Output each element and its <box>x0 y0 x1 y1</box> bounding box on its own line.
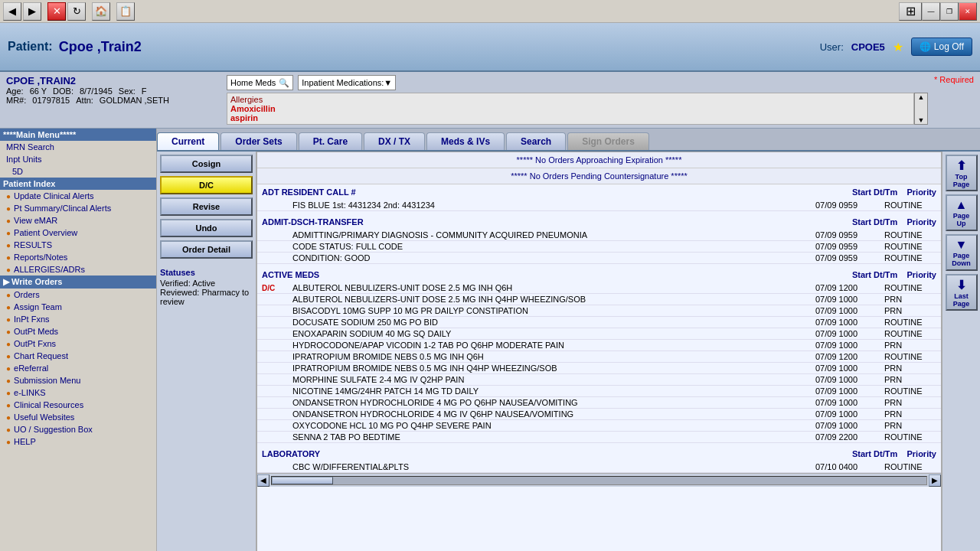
order-priority: ROUTINE <box>880 230 941 241</box>
sidebar-item-elinks[interactable]: ● e-LINKS <box>0 386 156 399</box>
bullet-icon: ● <box>6 328 11 336</box>
sidebar-item-view-emar[interactable]: ● View eMAR <box>0 214 156 227</box>
tab-search[interactable]: Search <box>506 132 566 150</box>
table-row[interactable]: D/C ALBUTEROL NEBULIZERS-UNIT DOSE 2.5 M… <box>257 282 941 294</box>
scroll-left-arrow[interactable]: ◀ <box>257 474 270 487</box>
allergies-panel: Allergies Amoxicillinaspirin <box>227 93 914 125</box>
order-dt: 07/09 1000 <box>811 374 880 386</box>
sidebar-item-5d[interactable]: 5D <box>0 165 156 178</box>
sidebar-item-results[interactable]: ● RESULTS <box>0 239 156 251</box>
cosign-button[interactable]: Cosign <box>160 155 253 173</box>
refresh-button[interactable]: ↻ <box>67 2 86 21</box>
sidebar-item-outpt-meds[interactable]: ● OutPt Meds <box>0 325 156 337</box>
table-row[interactable]: ALBUTEROL NEBULIZERS-UNIT DOSE 2.5 MG IN… <box>257 294 941 305</box>
table-row[interactable]: IPRATROPIUM BROMIDE NEBS 0.5 MG INH Q6H … <box>257 351 941 363</box>
table-row[interactable]: IPRATROPIUM BROMIDE NEBS 0.5 MG INH Q4HP… <box>257 363 941 374</box>
close-button[interactable]: ✕ <box>959 2 977 21</box>
last-page-button[interactable]: ⬇ LastPage <box>946 274 978 311</box>
home-button[interactable]: 🏠 <box>92 2 110 21</box>
order-detail-button[interactable]: Order Detail <box>160 240 253 259</box>
table-row[interactable]: NICOTINE 14MG/24HR PATCH 14 MG TD DAILY … <box>257 386 941 397</box>
adt-section-title[interactable]: ADT RESIDENT CALL # <box>262 187 356 197</box>
bullet-icon: ● <box>6 241 11 249</box>
fav-button[interactable]: 📋 <box>116 2 135 21</box>
stop-button[interactable]: ✕ <box>47 2 66 21</box>
tab-dx-tx[interactable]: DX / TX <box>364 132 425 150</box>
table-row[interactable]: DOCUSATE SODIUM 250 MG PO BID 07/09 1000… <box>257 317 941 328</box>
admit-section-title[interactable]: ADMIT-DSCH-TRANSFER <box>262 217 364 227</box>
laboratory-section-title[interactable]: LABORATORY <box>262 449 320 458</box>
patient-mr: 01797815 <box>32 96 70 105</box>
table-row[interactable]: ADMITTING/PRIMARY DIAGNOSIS - COMMUNITY … <box>257 230 941 241</box>
attn-label: Attn: <box>76 96 93 105</box>
sidebar-item-chart-request[interactable]: ● Chart Request <box>0 350 156 362</box>
page-down-button[interactable]: ▼ PageDown <box>946 234 978 271</box>
sidebar-item-uo-suggestion[interactable]: ● UO / Suggestion Box <box>0 423 156 435</box>
scroll-thumb[interactable] <box>272 477 333 484</box>
sidebar-item-help[interactable]: ● HELP <box>0 435 156 448</box>
table-row[interactable]: CONDITION: GOOD 07/09 0959 ROUTINE <box>257 253 941 264</box>
table-row[interactable]: ONDANSETRON HYDROCHLORIDE 4 MG IV Q6HP N… <box>257 409 941 420</box>
scroll-track[interactable] <box>271 476 927 485</box>
table-row[interactable]: ONDANSETRON HYDROCHLORIDE 4 MG PO Q6HP N… <box>257 397 941 409</box>
sidebar-item-assign-team[interactable]: ● Assign Team <box>0 301 156 313</box>
table-row[interactable]: CODE STATUS: FULL CODE 07/09 0959 ROUTIN… <box>257 241 941 253</box>
favorite-star-icon[interactable]: ★ <box>893 40 903 54</box>
sidebar-item-outpt-fxns[interactable]: ● OutPt Fxns <box>0 337 156 350</box>
table-row[interactable]: SENNA 2 TAB PO BEDTIME 07/09 2200 ROUTIN… <box>257 432 941 443</box>
table-row[interactable]: BISACODYL 10MG SUPP 10 MG PR DAILYP CONS… <box>257 305 941 317</box>
sidebar-item-allergies-adrs[interactable]: ● ALLERGIES/ADRs <box>0 263 156 276</box>
order-text: NICOTINE 14MG/24HR PATCH 14 MG TD DAILY <box>288 386 811 397</box>
order-text: HYDROCODONE/APAP VICODIN 1-2 TAB PO Q6HP… <box>288 340 811 351</box>
tab-current[interactable]: Current <box>157 132 219 150</box>
sidebar-item-update-clinical[interactable]: ● Update Clinical Alerts <box>0 190 156 202</box>
sidebar-item-clinical-resources[interactable]: ● Clinical Resources <box>0 399 156 411</box>
order-dt: 07/09 1000 <box>811 363 880 374</box>
table-row[interactable]: ENOXAPARIN SODIUM 40 MG SQ DAILY 07/09 1… <box>257 328 941 340</box>
back-button[interactable]: ◀ <box>3 2 21 21</box>
user-name: CPOE5 <box>851 41 885 53</box>
minimize-button[interactable]: — <box>922 2 940 21</box>
forward-button[interactable]: ▶ <box>23 2 41 21</box>
dc-button[interactable]: D/C <box>160 176 253 194</box>
tab-meds-ivs[interactable]: Meds & IVs <box>426 132 505 150</box>
active-meds-section-title[interactable]: ACTIVE MEDS <box>262 270 319 279</box>
page-up-button[interactable]: ▲ PageUp <box>946 194 978 231</box>
write-orders-section[interactable]: ▶ Write Orders <box>0 276 156 289</box>
scroll-right-arrow[interactable]: ▶ <box>929 474 941 487</box>
main-menu-section[interactable]: ****Main Menu***** <box>0 129 156 141</box>
restore-button[interactable]: ❐ <box>940 2 959 21</box>
sidebar-item-inpt-units[interactable]: Inpt Units <box>0 153 156 165</box>
bullet-icon: ● <box>6 389 11 397</box>
five-d-label: 5D <box>12 167 23 176</box>
sidebar-item-patient-overview[interactable]: ● Patient Overview <box>0 227 156 239</box>
sidebar: ****Main Menu***** MRN Search Inpt Units… <box>0 129 157 551</box>
sidebar-item-mrn-search[interactable]: MRN Search <box>0 141 156 153</box>
tab-pt-care[interactable]: Pt. Care <box>299 132 362 150</box>
sidebar-item-submission-menu[interactable]: ● Submission Menu <box>0 374 156 386</box>
home-meds-dropdown[interactable]: Home Meds 🔍 <box>227 75 293 90</box>
patient-label: Patient: <box>8 40 53 54</box>
sidebar-item-inpt-fxns[interactable]: ● InPt Fxns <box>0 313 156 325</box>
inpatient-meds-box[interactable]: Inpatient Medications: ▼ <box>298 75 396 90</box>
sidebar-item-ereferral[interactable]: ● eReferral <box>0 362 156 374</box>
sidebar-item-useful-websites[interactable]: ● Useful Websites <box>0 411 156 423</box>
table-row[interactable]: FIS BLUE 1st: 4431234 2nd: 4431234 07/09… <box>257 200 941 211</box>
table-row[interactable]: CBC W/DIFFERENTIAL&PLTS 07/10 0400 ROUTI… <box>257 461 941 473</box>
revise-button[interactable]: Revise <box>160 197 253 216</box>
table-row[interactable]: MORPHINE SULFATE 2-4 MG IV Q2HP PAIN 07/… <box>257 374 941 386</box>
logoff-button[interactable]: 🌐 Log Off <box>911 37 972 56</box>
table-row[interactable]: HYDROCODONE/APAP VICODIN 1-2 TAB PO Q6HP… <box>257 340 941 351</box>
sidebar-item-orders[interactable]: ● Orders <box>0 289 156 301</box>
sidebar-item-reports-notes[interactable]: ● Reports/Notes <box>0 251 156 263</box>
undo-button[interactable]: Undo <box>160 219 253 237</box>
patient-index-section[interactable]: Patient Index <box>0 178 156 190</box>
top-page-button[interactable]: ⬆ TopPage <box>946 155 978 191</box>
table-row[interactable]: OXYCODONE HCL 10 MG PO Q4HP SEVERE PAIN … <box>257 420 941 432</box>
allergies-scroll-down[interactable]: ▼ <box>915 116 927 124</box>
statuses-title: Statuses <box>160 268 253 277</box>
allergies-scroll-up[interactable]: ▲ <box>915 93 927 101</box>
verified-status: Verified: Active <box>160 279 253 288</box>
tab-order-sets[interactable]: Order Sets <box>220 132 296 150</box>
sidebar-item-pt-summary[interactable]: ● Pt Summary/Clincal Alerts <box>0 202 156 214</box>
